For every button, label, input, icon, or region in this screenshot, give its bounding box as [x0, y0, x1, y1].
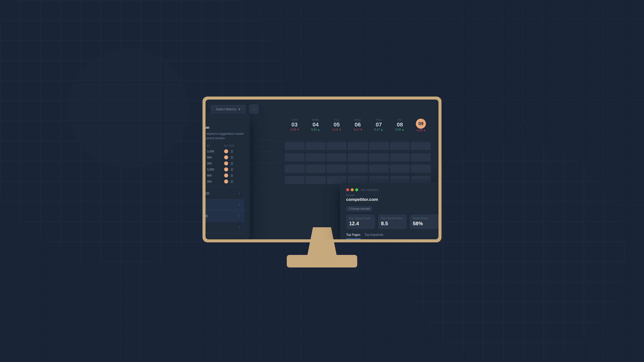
comp-filter-row: 0 Domain selected — [346, 206, 438, 211]
keyword-suggestion-panel: Keyword Suggestion This is the free vers… — [206, 113, 250, 239]
comp-min-dot[interactable] — [351, 188, 354, 191]
domain-arrow-seo-service-uk: › — [239, 214, 240, 218]
data-cell-ny-7 — [411, 153, 431, 161]
data-cell-suk-4 — [348, 165, 368, 173]
trash-icon-3[interactable]: 🗑 — [230, 161, 234, 165]
change-sun: -0,33 ▼ — [285, 128, 305, 131]
arrow-up-icon: ▲ — [317, 128, 320, 131]
domain-list: Los Angeles SEO › New York SEO › SEO Ser… — [206, 188, 244, 233]
action-add-6[interactable] — [224, 179, 228, 184]
trash-icon-4[interactable]: 🗑 — [230, 167, 234, 171]
action-add-2[interactable] — [224, 155, 228, 159]
domain-arrow-la: › — [239, 192, 240, 195]
comp-watchlist-label: Your Watchlist — [361, 188, 378, 191]
arrow-up-icon-2: ▲ — [381, 128, 383, 131]
change-tue: -0,21 ▼ — [327, 128, 347, 131]
domain-arrow-ny: › — [239, 203, 240, 206]
change-fri: 0,33 ▲ — [390, 128, 410, 131]
data-cell-suk-3 — [327, 165, 347, 173]
data-cell-ny-1 — [285, 153, 305, 161]
data-cell-suk-2 — [306, 165, 326, 173]
kw-row-5: 800 🗑 — [206, 173, 244, 177]
change-wed: -0,17 ▼ — [348, 128, 368, 131]
kw-table-header: KEYWORD SV ACTION — [206, 145, 244, 147]
domain-arrow-seo-uk: › — [239, 225, 240, 229]
action-add-5[interactable] — [224, 173, 228, 177]
comp-close-dot[interactable] — [346, 188, 349, 191]
comp-max-dot[interactable] — [355, 188, 358, 191]
data-cell-la-2 — [306, 142, 326, 150]
comp-metric-absolute-rank: Avg. Absolute Rank 8.5 — [378, 214, 407, 229]
domain-item-seo-uk[interactable]: SEO UK › — [206, 222, 244, 233]
panel-description: This is the free version of keyword sugg… — [206, 131, 244, 141]
trash-icon-5[interactable]: 🗑 — [230, 173, 234, 177]
data-cell-uk-1 — [285, 176, 305, 184]
arrow-down-icon: ▼ — [297, 128, 299, 131]
data-cell-la-3 — [327, 142, 347, 150]
data-cell-ny-2 — [306, 153, 326, 161]
change-mon: 0,21 ▲ — [306, 128, 326, 131]
kw-row-1: 3,200 🗑 — [206, 149, 244, 153]
date-cell-tue: TUE 05 -0,21 ▼ — [327, 119, 347, 132]
kw-row-3: 200 🗑 — [206, 161, 244, 165]
comp-metric-organic-rank: Avg. Organic Rank 12.4 — [346, 214, 375, 229]
date-cell-sun: SUN 03 -0,33 ▼ — [285, 119, 305, 132]
date-cell-fri: FRI 08 0,33 ▲ — [390, 119, 410, 132]
action-add-4[interactable] — [224, 167, 228, 171]
comp-tabs: Top Pages Top Keywords — [346, 233, 438, 239]
trash-icon-6[interactable]: 🗑 — [230, 179, 234, 184]
action-add-3[interactable] — [224, 161, 228, 165]
comp-domain-header: Domain competitor.com ··· — [346, 194, 438, 202]
trash-icon-2[interactable]: 🗑 — [230, 155, 234, 159]
panel-window-controls — [206, 119, 244, 122]
comp-domain-title: competitor.com — [346, 197, 378, 202]
rank-tracker-header: Select Metrics ▾ ⌕ — [211, 105, 433, 114]
monitor-screen-inner: Select Metrics ▾ ⌕ Keywords 0 Keyword(s)… — [206, 100, 438, 239]
arrow-up-icon-3: ▲ — [402, 128, 404, 131]
data-cell-la-1 — [285, 142, 305, 150]
data-cell-suk-6 — [390, 165, 410, 173]
arrow-down-icon-2: ▼ — [339, 128, 341, 131]
domain-item-seo-uk-service[interactable]: SEO Service UK › — [206, 210, 244, 222]
date-cell-wed: WED 06 -0,17 ▼ — [348, 119, 368, 132]
kw-row-2: 800 🗑 — [206, 155, 244, 159]
chevron-down-icon: ▾ — [238, 107, 240, 111]
domain-item-la[interactable]: Los Angeles SEO › — [206, 188, 244, 199]
action-add-1[interactable] — [224, 149, 228, 153]
data-cell-suk-7 — [411, 165, 431, 173]
monitor: Select Metrics ▾ ⌕ Keywords 0 Keyword(s)… — [203, 97, 441, 273]
data-cell-ny-4 — [348, 153, 368, 161]
competitor-main-content: Your Watchlist Domain competitor.com ···… — [346, 188, 438, 239]
comp-metrics-row: Avg. Organic Rank 12.4 Avg. Absolute Ran… — [346, 214, 438, 229]
comp-filter-domain[interactable]: 0 Domain selected — [346, 206, 373, 211]
change-thu: 0,17 ▲ — [369, 128, 389, 131]
trash-icon-1[interactable]: 🗑 — [230, 149, 234, 153]
tab-top-keywords[interactable]: Top Keywords — [365, 233, 383, 239]
data-cell-la-4 — [348, 142, 368, 150]
data-cell-suk-5 — [369, 165, 389, 173]
data-cell-ny-3 — [327, 153, 347, 161]
tab-top-pages[interactable]: Top Pages — [346, 233, 360, 239]
kw-row-6: 200 🗑 — [206, 179, 244, 184]
competitor-panel: Your Watchlist Domain competitor.com ···… — [340, 183, 438, 239]
comp-window-controls — [346, 188, 358, 191]
domain-item-ny[interactable]: New York SEO › — [206, 199, 244, 210]
arrow-down-icon-4: ▼ — [423, 129, 426, 132]
panel-title: Keyword Suggestion — [206, 125, 244, 129]
monitor-screen: Select Metrics ▾ ⌕ Keywords 0 Keyword(s)… — [203, 97, 441, 242]
arrow-down-icon-3: ▼ — [360, 128, 363, 131]
kw-row-4: 3,200 🗑 — [206, 167, 244, 171]
data-cell-ny-5 — [369, 153, 389, 161]
data-cell-la-7 — [411, 142, 431, 150]
search-icon: ⌕ — [253, 107, 255, 111]
monitor-base — [287, 255, 357, 267]
data-cell-la-5 — [369, 142, 389, 150]
comp-metric-market-share: Market Share 58% — [410, 214, 438, 229]
data-cell-ny-6 — [390, 153, 410, 161]
date-cell-thu: THU 07 0,17 ▲ — [369, 119, 389, 132]
data-cell-suk-1 — [285, 165, 305, 173]
search-button[interactable]: ⌕ — [249, 105, 258, 114]
date-cell-active: 09 -0,26 ▼ — [411, 119, 431, 132]
comp-domain-label: Domain — [346, 194, 378, 197]
select-metrics-dropdown[interactable]: Select Metrics ▾ — [211, 105, 246, 113]
